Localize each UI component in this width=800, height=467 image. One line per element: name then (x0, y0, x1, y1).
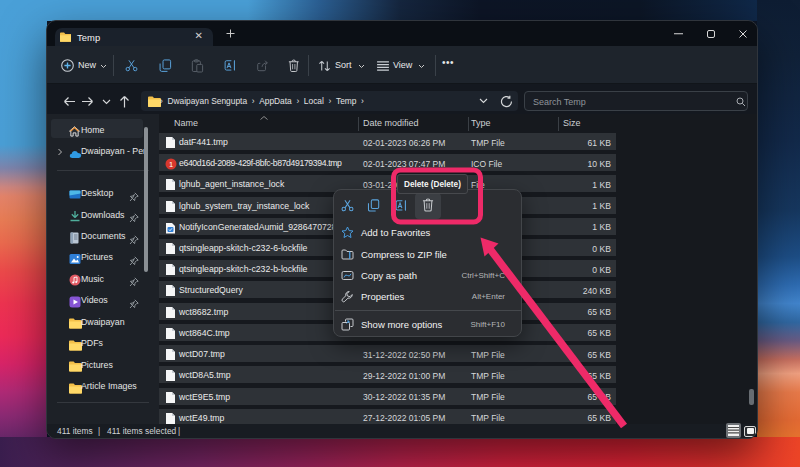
svg-text:1: 1 (169, 160, 173, 169)
